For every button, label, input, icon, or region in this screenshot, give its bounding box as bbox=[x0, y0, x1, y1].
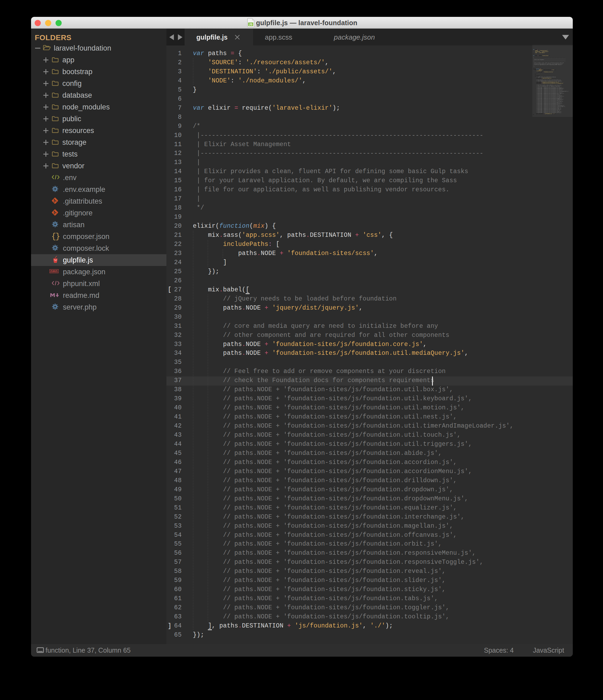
svg-text:JS: JS bbox=[249, 23, 253, 26]
